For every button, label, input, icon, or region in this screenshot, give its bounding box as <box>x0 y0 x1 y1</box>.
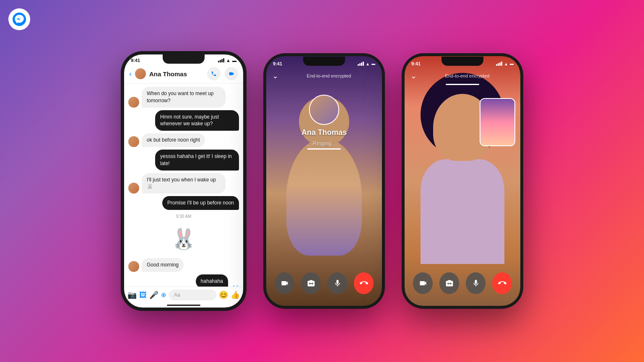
signal-icon-2 <box>358 62 364 66</box>
message-bubble: ok but before noon right <box>142 133 205 147</box>
photo-icon[interactable]: 🖼 <box>139 291 147 300</box>
message-row: When do you want to meet up tomorrow? <box>128 87 239 108</box>
avatar-small <box>128 136 139 147</box>
battery-icon-2: ▬ <box>371 62 375 66</box>
mute-button[interactable] <box>327 272 347 294</box>
battery-icon-3: ▬ <box>510 62 514 66</box>
message-input[interactable]: Aa <box>169 290 216 300</box>
input-placeholder: Aa <box>174 292 180 298</box>
phone-video-active: 9:41 ▲ ▬ <box>402 53 523 309</box>
chat-header: ‹ Ana Thomas <box>124 65 243 83</box>
caller-avatar <box>309 95 339 125</box>
mute-button-active[interactable] <box>466 272 486 294</box>
encrypted-label-active: End-to-end encrypted <box>420 73 514 78</box>
caller-info: Ana Thomas Ringing... <box>266 95 382 147</box>
end-call-button[interactable] <box>354 272 374 294</box>
sticker-area: 🐰 <box>128 225 239 254</box>
avatar-small <box>128 97 139 108</box>
back-button[interactable]: ‹ <box>129 70 132 78</box>
signal-icon-3 <box>496 62 502 66</box>
chat-messages: When do you want to meet up tomorrow? Hm… <box>124 83 243 287</box>
home-indicator-1 <box>167 305 200 306</box>
like-icon[interactable]: 👍 <box>231 290 240 300</box>
phone-video-incoming: 9:41 ▲ ▬ <box>263 53 385 309</box>
message-row: ok but before noon right <box>128 133 239 147</box>
mic-icon[interactable]: 🎤 <box>149 290 158 300</box>
status-icons-1: ▲ ▬ <box>218 58 236 63</box>
sticker: 🐰 <box>169 225 198 254</box>
contact-name: Ana Thomas <box>149 70 204 78</box>
phone-chat: 9:41 ▲ ▬ ‹ <box>121 51 247 311</box>
status-icons-3: ▲ ▬ <box>496 62 514 66</box>
video-call-active-screen: 9:41 ▲ ▬ <box>405 56 520 306</box>
message-row: yessss hahaha I get it! I sleep in late! <box>128 150 239 171</box>
contact-avatar <box>135 68 146 79</box>
battery-icon: ▬ <box>232 58 236 63</box>
message-bubble: Promise I'll be up before noon <box>162 196 239 210</box>
phones-container: 9:41 ▲ ▬ ‹ <box>0 0 644 362</box>
flip-camera-button-active[interactable] <box>439 272 459 294</box>
emoji-icon[interactable]: 😊 <box>219 290 228 300</box>
notch-2 <box>303 57 345 66</box>
message-bubble: yessss hahaha I get it! I sleep in late! <box>155 150 239 171</box>
wifi-icon: ▲ <box>226 58 231 63</box>
message-bubble: I'll just text you when I wake up 🐰 <box>142 173 226 194</box>
avatar-small <box>128 183 139 194</box>
message-row: hahahaha ✓✓ <box>128 274 239 287</box>
message-row: I'll just text you when I wake up 🐰 <box>128 173 239 194</box>
header-icons <box>207 67 238 80</box>
notch-1 <box>163 54 205 64</box>
status-icons-2: ▲ ▬ <box>358 62 375 66</box>
home-indicator-2 <box>307 148 341 150</box>
camera-icon[interactable]: 📷 <box>127 290 137 300</box>
notch-3 <box>441 57 483 66</box>
status-time-3: 9:41 <box>411 61 421 66</box>
message-bubble: When do you want to meet up tomorrow? <box>142 87 226 108</box>
call-top-bar-active: ⌄ End-to-end encrypted <box>405 68 520 82</box>
messenger-logo <box>8 8 30 30</box>
whatsapp-icon[interactable]: ⊕ <box>161 291 166 299</box>
call-controls-active <box>405 272 520 294</box>
signal-icon <box>218 58 224 62</box>
video-call-overlay: 9:41 ▲ ▬ <box>266 56 382 306</box>
video-call-screen: 9:41 ▲ ▬ <box>266 56 382 306</box>
call-controls <box>266 272 382 294</box>
video-call-active-overlay: 9:41 ▲ ▬ <box>405 56 520 306</box>
flip-camera-button[interactable] <box>301 272 321 294</box>
message-bubble: hahahaha <box>196 274 228 287</box>
status-time-1: 9:41 <box>131 58 140 63</box>
voice-call-button[interactable] <box>207 67 221 80</box>
self-view-thumbnail <box>480 98 515 146</box>
home-indicator-3 <box>446 84 479 85</box>
end-call-button-active[interactable] <box>492 272 512 294</box>
message-row: Promise I'll be up before noon <box>128 196 239 210</box>
call-top-bar: ⌄ End-to-end encrypted <box>266 68 382 82</box>
video-toggle-button[interactable] <box>275 272 294 294</box>
encrypted-label: End-to-end encrypted <box>282 73 376 78</box>
video-toggle-button-active[interactable] <box>413 272 433 294</box>
caller-status: Ringing... <box>313 140 336 147</box>
wifi-icon-2: ▲ <box>366 62 370 66</box>
status-time-2: 9:41 <box>273 61 282 66</box>
wifi-icon-3: ▲ <box>504 62 508 66</box>
minimize-button[interactable]: ⌄ <box>272 71 278 80</box>
message-timestamp: 9:30 AM <box>128 214 239 219</box>
caller-name: Ana Thomas <box>301 128 347 137</box>
video-call-button[interactable] <box>225 67 238 80</box>
message-row: Good morning <box>128 258 239 272</box>
message-row: Hmm not sure, maybe just whenever we wak… <box>128 110 239 131</box>
minimize-button-active[interactable]: ⌄ <box>410 71 417 80</box>
message-bubble: Good morning <box>142 258 184 272</box>
avatar-small <box>128 261 139 272</box>
message-bubble: Hmm not sure, maybe just whenever we wak… <box>155 110 239 131</box>
chat-input-bar: 📷 🖼 🎤 ⊕ Aa 😊 👍 <box>124 287 243 303</box>
